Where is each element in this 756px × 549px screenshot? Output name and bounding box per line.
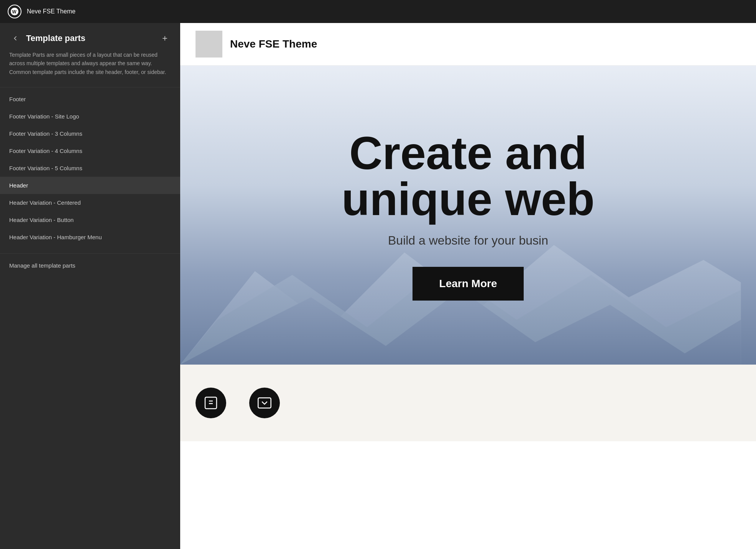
preview-header: Neve FSE Theme xyxy=(180,23,756,66)
nav-item-header-label: Header xyxy=(9,182,28,189)
divider-2 xyxy=(0,253,180,254)
hero-subtext: Build a website for your busin xyxy=(388,233,548,248)
manage-all-link[interactable]: Manage all template parts xyxy=(0,257,180,274)
wordpress-logo[interactable]: W xyxy=(8,5,21,18)
nav-item-header-hamburger[interactable]: Header Variation - Hamburger Menu xyxy=(0,228,180,246)
nav-item-footer-4-columns[interactable]: Footer Variation - 4 Columns xyxy=(0,142,180,159)
nav-item-footer-label: Footer xyxy=(9,96,26,102)
sidebar-header-left: Template parts xyxy=(9,32,85,44)
nav-list: Footer Footer Variation - Site Logo Foot… xyxy=(0,90,180,246)
manage-all-label: Manage all template parts xyxy=(9,262,76,269)
hero-section: Create and unique web Build a website fo… xyxy=(180,66,756,365)
sidebar-description: Template Parts are small pieces of a lay… xyxy=(0,51,180,87)
nav-item-footer-3-columns[interactable]: Footer Variation - 3 Columns xyxy=(0,125,180,142)
feature-icon-2 xyxy=(249,388,280,418)
nav-item-footer[interactable]: Footer xyxy=(0,90,180,108)
nav-item-header-button-label: Header Variation - Button xyxy=(9,217,74,223)
svg-rect-10 xyxy=(258,398,271,408)
back-button[interactable] xyxy=(9,32,21,44)
sidebar: Template parts Template Parts are small … xyxy=(0,23,180,549)
main-layout: Template parts Template Parts are small … xyxy=(0,23,756,549)
sidebar-title: Template parts xyxy=(26,33,85,43)
hero-learn-more-button[interactable]: Learn More xyxy=(413,267,524,301)
feature-icon-1 xyxy=(196,388,226,418)
hero-headline: Create and unique web xyxy=(342,130,595,222)
sidebar-header: Template parts xyxy=(0,23,180,51)
nav-item-footer-5-columns-label: Footer Variation - 5 Columns xyxy=(9,165,82,171)
nav-item-header[interactable]: Header xyxy=(0,177,180,194)
nav-item-header-button[interactable]: Header Variation - Button xyxy=(0,211,180,228)
preview-logo xyxy=(196,31,222,58)
divider xyxy=(0,87,180,87)
nav-item-header-centered[interactable]: Header Variation - Centered xyxy=(0,194,180,211)
add-button[interactable] xyxy=(159,32,171,44)
nav-item-header-centered-label: Header Variation - Centered xyxy=(9,199,81,206)
app-title: Neve FSE Theme xyxy=(27,8,76,15)
nav-item-footer-5-columns[interactable]: Footer Variation - 5 Columns xyxy=(0,159,180,177)
preview-area: Neve FSE Theme xyxy=(180,23,756,549)
nav-item-header-hamburger-label: Header Variation - Hamburger Menu xyxy=(9,234,102,240)
nav-item-footer-4-columns-label: Footer Variation - 4 Columns xyxy=(9,148,82,154)
below-hero-section xyxy=(180,365,756,441)
preview-site-title: Neve FSE Theme xyxy=(230,38,317,50)
nav-item-footer-site-logo[interactable]: Footer Variation - Site Logo xyxy=(0,108,180,125)
nav-item-footer-3-columns-label: Footer Variation - 3 Columns xyxy=(9,130,82,137)
top-bar: W Neve FSE Theme xyxy=(0,0,756,23)
nav-spacer xyxy=(0,246,180,253)
nav-item-footer-site-logo-label: Footer Variation - Site Logo xyxy=(9,113,79,120)
svg-rect-7 xyxy=(205,397,217,409)
svg-text:W: W xyxy=(12,9,17,15)
